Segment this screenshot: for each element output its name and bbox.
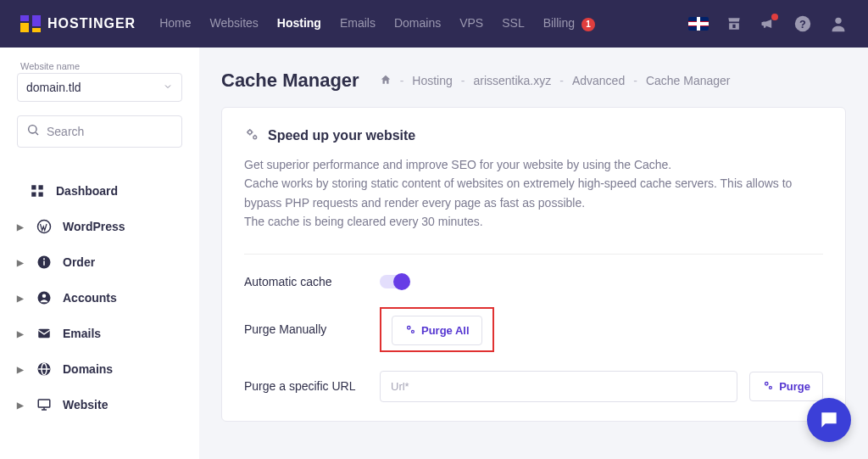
svg-point-24 bbox=[408, 326, 411, 329]
automatic-cache-row: Automatic cache bbox=[244, 275, 823, 288]
purge-manually-label: Purge Manually bbox=[244, 322, 380, 336]
svg-rect-8 bbox=[39, 193, 43, 197]
sidebar-item-dashboard[interactable]: Dashboard bbox=[17, 173, 182, 209]
sidebar-item-label: Dashboard bbox=[56, 184, 118, 198]
sidebar-item-order[interactable]: ▶ Order bbox=[17, 244, 182, 280]
sidebar-item-label: WordPress bbox=[63, 220, 125, 233]
svg-point-3 bbox=[29, 126, 36, 133]
crumb-current: Cache Manager bbox=[646, 74, 731, 87]
purge-all-label: Purge All bbox=[421, 324, 470, 337]
svg-rect-7 bbox=[31, 193, 36, 197]
hostinger-logo-icon bbox=[20, 15, 41, 32]
chevron-right-icon: ▶ bbox=[17, 329, 24, 339]
crumb-hosting[interactable]: Hosting bbox=[412, 74, 452, 87]
sidebar-search[interactable] bbox=[17, 115, 182, 148]
nav-domains[interactable]: Domains bbox=[394, 16, 441, 31]
sidebar-item-label: Order bbox=[63, 255, 95, 269]
svg-point-27 bbox=[770, 386, 772, 389]
billing-count-badge: 1 bbox=[581, 18, 595, 31]
chat-icon bbox=[818, 409, 840, 431]
nav-billing-label: Billing bbox=[543, 16, 575, 30]
svg-rect-11 bbox=[43, 261, 45, 266]
nav-ssl[interactable]: SSL bbox=[502, 16, 524, 31]
website-select[interactable]: domain.tld bbox=[17, 73, 182, 102]
locale-flag-icon[interactable] bbox=[688, 17, 709, 31]
main: Cache Manager - Hosting - arissentika.xy… bbox=[199, 48, 868, 459]
section-description: Get superior performance and improve SEO… bbox=[244, 155, 823, 232]
purge-url-button[interactable]: Purge bbox=[749, 372, 823, 401]
nav-websites[interactable]: Websites bbox=[209, 16, 258, 31]
sidebar-item-label: Emails bbox=[63, 327, 101, 340]
chevron-right-icon: ▶ bbox=[17, 294, 24, 303]
nav-billing[interactable]: Billing 1 bbox=[543, 16, 595, 31]
svg-rect-19 bbox=[38, 400, 50, 407]
gears-icon bbox=[244, 126, 259, 145]
sidebar-item-emails[interactable]: ▶ Emails bbox=[17, 316, 182, 351]
chevron-right-icon: ▶ bbox=[17, 222, 24, 232]
website-select-value: domain.tld bbox=[26, 81, 81, 94]
purge-url-row: Purge a specific URL Purge bbox=[244, 371, 823, 402]
announcements-icon[interactable] bbox=[760, 15, 776, 32]
speed-text-1: Get superior performance and improve SEO… bbox=[244, 155, 823, 174]
website-select-label: Website name bbox=[20, 61, 182, 71]
sidebar-item-website[interactable]: ▶ Website bbox=[17, 387, 182, 423]
svg-point-9 bbox=[38, 221, 51, 233]
purge-all-button[interactable]: Purge All bbox=[392, 316, 482, 345]
svg-rect-6 bbox=[39, 185, 43, 189]
brand-logo[interactable]: HOSTINGER bbox=[20, 15, 136, 32]
sidebar-item-label: Website bbox=[63, 398, 108, 411]
speed-text-2: Cache works by storing static content of… bbox=[244, 174, 823, 212]
sidebar: Website name domain.tld Dashboard ▶ bbox=[0, 48, 199, 459]
sidebar-item-wordpress[interactable]: ▶ WordPress bbox=[17, 209, 182, 244]
info-icon bbox=[36, 255, 53, 270]
sidebar-item-domains[interactable]: ▶ Domains bbox=[17, 351, 182, 387]
sidebar-item-accounts[interactable]: ▶ Accounts bbox=[17, 280, 182, 316]
page-title: Cache Manager bbox=[221, 70, 359, 92]
account-icon[interactable] bbox=[829, 14, 848, 33]
wordpress-icon bbox=[36, 219, 53, 234]
top-header: HOSTINGER Home Websites Hosting Emails D… bbox=[0, 0, 868, 48]
purge-all-highlight: Purge All bbox=[380, 307, 494, 352]
nav-home[interactable]: Home bbox=[159, 16, 191, 31]
mail-icon bbox=[36, 326, 53, 341]
nav-vps[interactable]: VPS bbox=[459, 16, 483, 31]
gears-icon bbox=[404, 323, 416, 338]
section-title: Speed up your website bbox=[268, 128, 415, 143]
svg-text:?: ? bbox=[799, 18, 806, 31]
search-input[interactable] bbox=[47, 125, 173, 138]
chevron-right-icon: ▶ bbox=[17, 400, 24, 410]
main-nav: Home Websites Hosting Emails Domains VPS… bbox=[159, 16, 595, 31]
purge-url-label: Purge a specific URL bbox=[244, 379, 380, 393]
svg-point-12 bbox=[43, 258, 45, 260]
chevron-down-icon bbox=[163, 81, 173, 94]
page-header: Cache Manager - Hosting - arissentika.xy… bbox=[221, 70, 846, 92]
gears-icon bbox=[762, 379, 774, 394]
help-icon[interactable]: ? bbox=[793, 14, 812, 33]
purge-btn-label: Purge bbox=[779, 380, 810, 393]
purge-url-input[interactable] bbox=[380, 371, 737, 402]
svg-point-22 bbox=[248, 131, 253, 135]
nav-emails[interactable]: Emails bbox=[340, 16, 376, 31]
crumb-site[interactable]: arissentika.xyz bbox=[473, 74, 551, 87]
chat-fab[interactable] bbox=[807, 398, 851, 442]
notification-dot-icon bbox=[771, 14, 778, 20]
svg-point-25 bbox=[411, 330, 414, 333]
purge-manually-row: Purge Manually Purge All bbox=[244, 307, 823, 352]
store-icon[interactable] bbox=[726, 15, 743, 32]
brand-name: HOSTINGER bbox=[47, 16, 136, 31]
monitor-icon bbox=[36, 397, 53, 412]
breadcrumb: - Hosting - arissentika.xyz - Advanced -… bbox=[380, 74, 731, 88]
automatic-cache-toggle[interactable] bbox=[380, 275, 409, 288]
svg-point-14 bbox=[42, 294, 47, 299]
svg-point-2 bbox=[835, 18, 841, 24]
crumb-advanced[interactable]: Advanced bbox=[572, 74, 625, 87]
chevron-right-icon: ▶ bbox=[17, 258, 24, 267]
user-icon bbox=[36, 290, 53, 305]
chevron-right-icon: ▶ bbox=[17, 365, 24, 374]
automatic-cache-label: Automatic cache bbox=[244, 275, 380, 288]
nav-hosting[interactable]: Hosting bbox=[277, 16, 321, 31]
home-icon[interactable] bbox=[380, 74, 392, 88]
cache-panel: Speed up your website Get superior perfo… bbox=[221, 107, 846, 422]
header-right: ? bbox=[688, 14, 848, 33]
sidebar-item-label: Domains bbox=[63, 362, 113, 376]
